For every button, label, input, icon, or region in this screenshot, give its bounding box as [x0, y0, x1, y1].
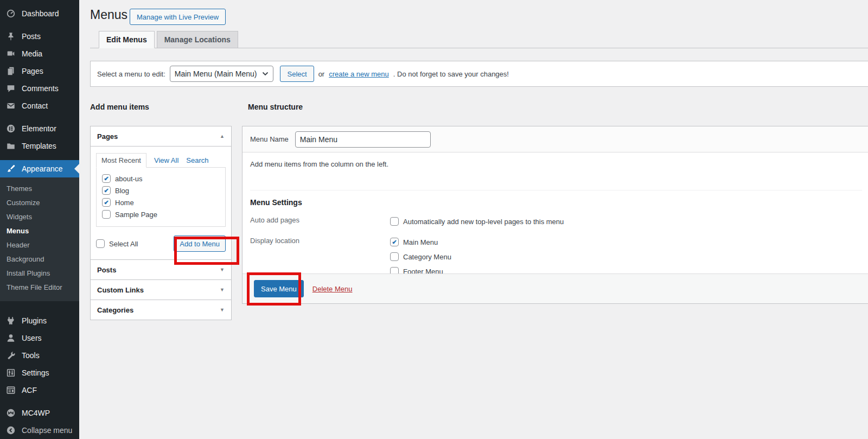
sidebar-item-posts[interactable]: Posts — [0, 28, 79, 45]
checkbox-blog[interactable] — [102, 186, 111, 195]
sidebar-item-acf[interactable]: ACF — [0, 381, 79, 399]
dashboard-icon — [5, 8, 16, 19]
select-all-label: Select All — [109, 240, 138, 248]
accordion-pages[interactable]: Pages ▲ — [91, 126, 231, 147]
submenu-item-theme-file-editor[interactable]: Theme File Editor — [0, 281, 79, 295]
checkbox-home[interactable] — [102, 198, 111, 207]
submenu-item-menus[interactable]: Menus — [0, 224, 79, 238]
accordion-custom-links-label: Custom Links — [97, 286, 144, 294]
settings-divider — [250, 190, 862, 190]
menu-structure-panel: Menu Name Add menu items from the column… — [242, 126, 868, 304]
envelope-icon — [5, 100, 16, 111]
tab-search[interactable]: Search — [186, 156, 208, 164]
plugin-icon — [5, 315, 16, 326]
save-changes-hint: . Do not forget to save your changes! — [393, 70, 509, 78]
save-menu-button[interactable]: Save Menu — [254, 280, 304, 297]
select-button[interactable]: Select — [280, 66, 314, 82]
sidebar-item-media[interactable]: Media — [0, 45, 79, 62]
checkbox-main-menu[interactable] — [390, 238, 399, 246]
accordion-categories-label: Categories — [97, 306, 133, 314]
sliders-icon — [5, 367, 16, 378]
menu-dropdown[interactable]: Main Menu (Main Menu) — [170, 66, 274, 82]
tab-edit-menus[interactable]: Edit Menus — [99, 31, 155, 48]
auto-add-pages-label: Auto add pages — [250, 215, 390, 227]
menu-actions-footer: Save Menu Delete Menu — [242, 273, 868, 303]
accordion-categories[interactable]: Categories ▼ — [91, 300, 231, 320]
sidebar-item-contact[interactable]: Contact — [0, 97, 79, 114]
submenu-item-themes[interactable]: Themes — [0, 182, 79, 196]
sidebar-item-dashboard[interactable]: Dashboard — [0, 5, 79, 22]
sidebar-item-label: Elementor — [22, 124, 56, 133]
appearance-submenu: Themes Customize Widgets Menus Header Ba… — [0, 177, 79, 301]
sidebar-item-elementor[interactable]: Elementor — [0, 120, 79, 137]
sidebar-item-label: Pages — [22, 67, 43, 75]
list-item: Sample Page — [102, 208, 225, 220]
pages-tabs: Most Recent View All Search — [96, 153, 226, 168]
select-all-row: Select All — [96, 238, 138, 250]
sidebar-item-mc4wp[interactable]: MC4WP — [0, 404, 79, 422]
auto-add-option: Automatically add new top-level pages to… — [390, 215, 564, 227]
create-new-menu-link[interactable]: create a new menu — [329, 70, 389, 78]
sidebar-item-templates[interactable]: Templates — [0, 137, 79, 155]
acf-icon — [5, 385, 16, 396]
brush-icon — [5, 163, 16, 174]
menu-name-input[interactable] — [295, 131, 431, 148]
accordion-posts-label: Posts — [97, 266, 116, 274]
sidebar-item-label: Users — [22, 334, 42, 342]
checkbox-label: about-us — [115, 175, 143, 183]
mc4wp-icon — [5, 408, 16, 418]
checkbox-label: Category Menu — [403, 253, 451, 261]
sidebar-item-label: MC4WP — [22, 409, 50, 417]
sidebar-item-label: Tools — [22, 351, 40, 360]
menu-structure-body: Add menu items from the column on the le… — [242, 152, 868, 285]
comments-icon — [5, 83, 16, 94]
submenu-item-header[interactable]: Header — [0, 238, 79, 252]
checkbox-auto-add-pages[interactable] — [390, 217, 399, 226]
tab-most-recent[interactable]: Most Recent — [96, 153, 146, 168]
manage-live-preview-button[interactable]: Manage with Live Preview — [130, 9, 226, 25]
chevron-up-icon: ▲ — [220, 133, 225, 139]
accordion-custom-links[interactable]: Custom Links ▼ — [91, 279, 231, 300]
sidebar-item-comments[interactable]: Comments — [0, 80, 79, 97]
chevron-down-icon — [262, 72, 269, 76]
add-menu-items-panel: Pages ▲ Most Recent View All Search abou… — [90, 126, 232, 320]
delete-menu-link[interactable]: Delete Menu — [312, 285, 353, 293]
add-to-menu-button[interactable]: Add to Menu — [174, 236, 226, 252]
checkbox-sample-page[interactable] — [102, 210, 111, 219]
auto-add-pages-row: Auto add pages Automatically add new top… — [250, 215, 862, 227]
tab-view-all[interactable]: View All — [154, 156, 178, 164]
sidebar-item-tools[interactable]: Tools — [0, 347, 79, 364]
checkbox-label: Main Menu — [403, 238, 438, 246]
sidebar-item-users[interactable]: Users — [0, 329, 79, 347]
sidebar-item-label: Templates — [22, 142, 56, 150]
tab-manage-locations[interactable]: Manage Locations — [157, 31, 238, 48]
sidebar-item-appearance[interactable]: Appearance — [0, 160, 79, 177]
empty-menu-hint: Add menu items from the column on the le… — [250, 160, 862, 168]
submenu-item-background[interactable]: Background — [0, 252, 79, 266]
location-option: Category Menu — [390, 251, 451, 263]
submenu-item-widgets[interactable]: Widgets — [0, 210, 79, 224]
submenu-item-customize[interactable]: Customize — [0, 196, 79, 210]
menu-dropdown-value: Main Menu (Main Menu) — [175, 69, 257, 78]
chevron-down-icon: ▼ — [220, 287, 225, 292]
checkbox-select-all[interactable] — [96, 239, 105, 248]
submenu-item-install-plugins[interactable]: Install Plugins — [0, 266, 79, 281]
checkbox-label: Sample Page — [115, 211, 157, 219]
checkbox-category-menu[interactable] — [390, 252, 399, 261]
sidebar-item-label: Comments — [22, 84, 59, 93]
display-location-options: Main Menu Category Menu Footer Menu — [390, 236, 451, 277]
pushpin-icon — [5, 31, 16, 42]
accordion-posts[interactable]: Posts ▼ — [91, 259, 231, 279]
sidebar-item-plugins[interactable]: Plugins — [0, 312, 79, 329]
sidebar-item-settings[interactable]: Settings — [0, 364, 79, 381]
sidebar-item-collapse-menu[interactable]: Collapse menu — [0, 422, 79, 439]
accordion-pages-label: Pages — [97, 132, 118, 141]
sidebar-item-label: ACF — [22, 386, 37, 395]
sidebar-item-label: Media — [22, 49, 42, 58]
sidebar-item-label: Appearance — [22, 164, 63, 173]
checkbox-about-us[interactable] — [102, 174, 111, 183]
checkbox-label: Blog — [115, 187, 129, 195]
sidebar-item-pages[interactable]: Pages — [0, 62, 79, 80]
collapse-arrow-icon — [5, 425, 16, 436]
sidebar-item-label: Plugins — [22, 316, 47, 325]
